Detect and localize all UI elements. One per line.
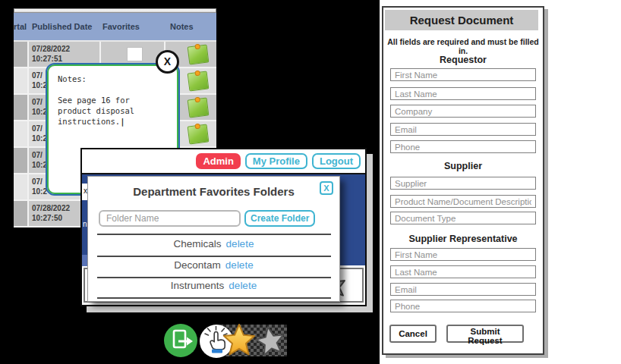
folder-name-input[interactable] <box>99 210 241 227</box>
requestor-phone-input[interactable] <box>390 140 536 153</box>
request-document-panel: Request Document All fields are required… <box>382 6 544 355</box>
close-icon[interactable]: X <box>156 50 179 74</box>
folder-delete-link[interactable]: delete <box>226 238 254 249</box>
folder-delete-link[interactable]: delete <box>229 280 257 291</box>
date-text: 07/28/2022 <box>32 204 70 212</box>
favorite-checkbox[interactable] <box>127 47 143 61</box>
portal-cell <box>14 95 29 120</box>
sticky-note-icon[interactable] <box>188 71 210 92</box>
dialog-title: Department Favorites Folders <box>88 185 339 198</box>
time-text: 10:2 <box>32 81 47 89</box>
rep-phone-input[interactable] <box>390 300 536 312</box>
table-header: rtal Published Date Favorites Notes <box>14 13 216 42</box>
section-heading-requestor: Requestor <box>383 55 543 65</box>
admin-button[interactable]: Admin <box>196 153 240 169</box>
folder-row: Decontamdelete <box>88 259 339 271</box>
export-document-icon <box>163 323 198 358</box>
portal-cell <box>14 174 29 199</box>
folder-delete-link[interactable]: delete <box>225 259 254 271</box>
time-text: 10:2 <box>32 187 47 196</box>
notes-text-area[interactable]: See page 16 for product disposal instruc… <box>58 95 168 127</box>
published-date-cell: 07/28/202210:27:51 <box>29 42 101 67</box>
create-folder-button[interactable]: Create Folder <box>244 210 315 227</box>
panel-title: Request Document <box>385 10 538 30</box>
product-name-input[interactable] <box>390 195 536 208</box>
folder-name: Decontam <box>174 259 221 271</box>
gold-star-icon <box>222 322 257 357</box>
portal-cell <box>14 148 29 173</box>
grey-star-icon <box>254 325 286 356</box>
rep-last-name-input[interactable] <box>390 265 536 278</box>
date-text: 07/ <box>32 98 43 106</box>
portal-cell <box>14 42 29 67</box>
column-header-portal: rtal <box>14 13 29 40</box>
time-text: 10:2 <box>32 134 47 143</box>
divider <box>97 297 331 299</box>
required-fields-note: All fields are required and must be fill… <box>383 37 543 55</box>
document-type-input[interactable] <box>390 212 536 224</box>
portal-cell <box>14 68 29 93</box>
sticky-note-icon[interactable] <box>188 124 210 145</box>
date-text: 07/ <box>32 151 43 159</box>
requestor-company-input[interactable] <box>390 105 536 118</box>
divider <box>97 277 331 278</box>
department-favorites-dialog: X Department Favorites Folders Create Fo… <box>87 176 340 302</box>
date-text: 07/ <box>32 124 43 133</box>
text-caret: | <box>120 117 125 126</box>
section-heading-supplier-representative: Supplier Representative <box>383 234 543 244</box>
divider <box>97 256 331 257</box>
screenshot-canvas: rtal Published Date Favorites Notes 07/2… <box>0 0 621 364</box>
admin-window: Admin My Profile Logout x n X Department… <box>80 148 367 306</box>
time-text: 10:2 <box>32 108 47 116</box>
portal-cell <box>14 121 29 146</box>
section-heading-supplier: Supplier <box>383 161 543 171</box>
column-header-published-date: Published Date <box>29 13 101 40</box>
rep-first-name-input[interactable] <box>390 248 536 261</box>
requestor-first-name-input[interactable] <box>390 68 536 81</box>
folder-name: Chemicals <box>174 238 222 249</box>
column-header-favorites: Favorites <box>101 13 165 40</box>
time-text: 10:2 <box>32 161 47 169</box>
my-profile-button[interactable]: My Profile <box>245 153 307 169</box>
date-text: 07/ <box>32 71 43 80</box>
folder-row: Instrumentsdelete <box>88 280 339 291</box>
date-text: 07/28/2022 <box>32 45 70 53</box>
requestor-email-input[interactable] <box>390 123 536 136</box>
time-text: 10:27:51 <box>32 55 62 63</box>
requestor-last-name-input[interactable] <box>390 87 536 100</box>
sticky-note-icon[interactable] <box>188 45 210 65</box>
date-text: 07/ <box>32 177 43 186</box>
portal-cell <box>14 201 29 226</box>
cancel-button[interactable]: Cancel <box>389 325 437 343</box>
divider <box>97 234 331 235</box>
rep-email-input[interactable] <box>390 283 536 296</box>
supplier-input[interactable] <box>390 177 536 190</box>
folder-row: Chemicalsdelete <box>88 238 339 249</box>
nav-text-fragment: n <box>83 220 87 228</box>
submit-request-button[interactable]: Submit Request <box>446 325 524 343</box>
column-header-notes: Notes <box>165 13 216 40</box>
notes-label: Notes: <box>58 74 168 84</box>
account-toolbar: Admin My Profile Logout <box>196 153 361 169</box>
sticky-note-icon[interactable] <box>188 98 210 118</box>
time-text: 10:27:50 <box>32 214 62 222</box>
folder-name: Instruments <box>171 280 225 291</box>
logout-button[interactable]: Logout <box>312 153 361 169</box>
